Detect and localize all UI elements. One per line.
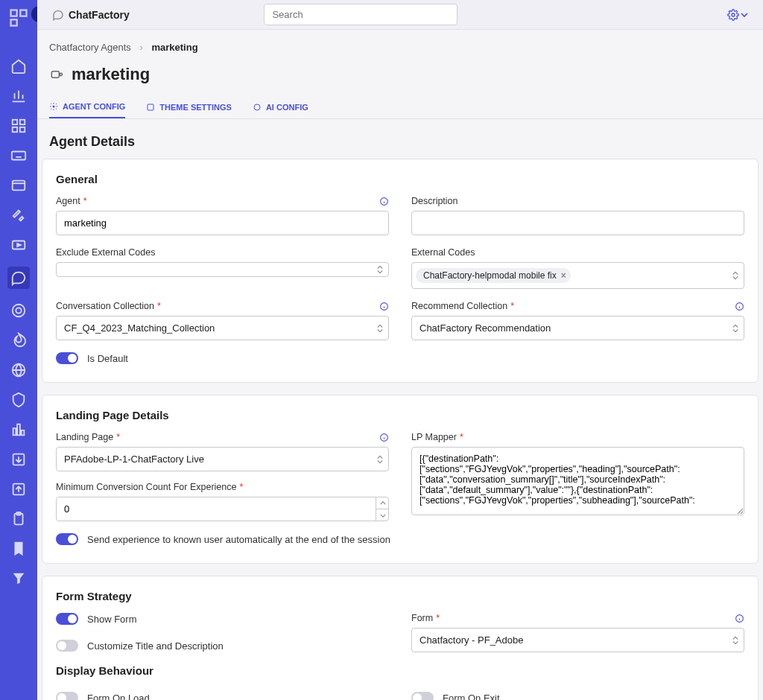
card-title: Form Strategy [56, 590, 744, 602]
svg-rect-5 [13, 127, 17, 132]
form-on-exit-toggle[interactable] [411, 692, 434, 700]
required-indicator: * [83, 196, 87, 206]
landing-page-card: Landing Page Details Landing Page * PFAd… [42, 395, 759, 564]
sidebar-item-media[interactable] [10, 237, 27, 253]
sidebar-item-export[interactable] [10, 451, 27, 468]
tab-ai-config[interactable]: AI CONFIG [253, 96, 308, 118]
global-search [264, 4, 458, 25]
main: Chatfactory Agents › marketing marketing… [37, 30, 763, 700]
svg-point-19 [60, 73, 62, 75]
sidebar-item-clipboard[interactable] [10, 511, 27, 527]
sidebar-item-bookmark[interactable] [10, 541, 27, 557]
breadcrumb-current: marketing [151, 42, 197, 53]
tag-label: ChatFactory-helpmodal mobile fix [423, 270, 557, 281]
svg-point-20 [53, 106, 55, 108]
description-input[interactable] [411, 211, 744, 235]
toggle-label: Form On Exit [443, 693, 500, 701]
exclude-external-codes-select[interactable] [56, 262, 389, 277]
toggle-label: Form On Load [87, 693, 150, 701]
field-label: Landing Page [56, 432, 113, 442]
spinner-up-icon[interactable] [376, 497, 389, 509]
spinner-down-icon[interactable] [376, 509, 389, 521]
sidebar-item-reports[interactable] [10, 421, 27, 438]
toggle-label: Send experience to known user automatica… [87, 534, 390, 545]
send-experience-toggle[interactable] [56, 533, 78, 545]
tag-remove-icon[interactable]: × [561, 270, 566, 281]
number-spinner[interactable] [376, 497, 389, 521]
sidebar-item-analytics[interactable] [10, 88, 27, 104]
field-label: Minimum Conversion Count For Experience [56, 482, 236, 492]
agent-icon [49, 67, 64, 82]
sidebar-item-import[interactable] [10, 481, 27, 497]
settings-menu[interactable] [727, 9, 748, 21]
sidebar-item-target[interactable] [10, 302, 27, 319]
sidebar-item-tools[interactable] [10, 207, 27, 223]
info-icon[interactable] [735, 302, 744, 311]
brand: ChatFactory [52, 9, 130, 21]
tabs: AGENT CONFIG THEME SETTINGS AI CONFIG [37, 96, 763, 119]
conversation-collection-select[interactable]: CF_Q4_2023_Matching_Collection [56, 316, 389, 340]
svg-point-17 [732, 13, 735, 16]
agent-name-input[interactable] [56, 211, 389, 235]
tab-theme-settings[interactable]: THEME SETTINGS [146, 96, 232, 118]
tag: ChatFactory-helpmodal mobile fix × [416, 268, 571, 283]
sidebar-item-shield[interactable] [10, 392, 27, 408]
svg-rect-21 [148, 104, 153, 110]
card-title: Landing Page Details [56, 409, 744, 421]
sidebar-item-card[interactable] [10, 177, 27, 194]
page-title-text: marketing [72, 65, 150, 84]
display-behaviour-heading: Display Behaviour [56, 664, 744, 677]
svg-rect-0 [11, 10, 17, 16]
sparkle-icon [253, 103, 262, 112]
svg-point-11 [16, 308, 21, 313]
tab-label: THEME SETTINGS [159, 103, 232, 112]
sidebar-item-grid[interactable] [10, 118, 27, 134]
svg-rect-1 [20, 10, 26, 16]
show-form-toggle[interactable] [56, 613, 78, 625]
sidebar-item-keyboard[interactable] [10, 147, 27, 164]
info-icon[interactable] [379, 197, 389, 206]
toggle-label: Is Default [87, 353, 128, 364]
brand-label: ChatFactory [69, 9, 130, 21]
info-icon[interactable] [379, 433, 389, 442]
landing-page-select[interactable]: PFAdobe-LP-1-ChatFactory Live [56, 447, 389, 471]
customize-title-toggle[interactable] [56, 640, 78, 652]
form-select[interactable]: Chatfactory - PF_Adobe [411, 628, 744, 652]
form-on-load-toggle[interactable] [56, 692, 78, 700]
field-label: LP Mapper [411, 432, 457, 442]
topbar: ChatFactory [37, 0, 763, 30]
sidebar-item-flame[interactable] [10, 332, 27, 349]
recommend-collection-select[interactable]: ChatFactory Recommendation [411, 316, 744, 340]
sidebar-item-globe[interactable] [10, 362, 27, 378]
palette-icon [146, 103, 155, 112]
required-indicator: * [436, 613, 440, 623]
field-label: Agent [56, 196, 80, 206]
required-indicator: * [157, 301, 161, 311]
chevron-right-icon: › [139, 42, 142, 53]
gear-icon [49, 102, 58, 111]
svg-rect-7 [12, 152, 25, 160]
card-title: General [56, 173, 744, 185]
info-icon[interactable] [379, 302, 389, 311]
search-input[interactable] [264, 4, 458, 25]
svg-point-10 [13, 305, 25, 317]
required-indicator: * [116, 432, 120, 442]
is-default-toggle[interactable] [56, 352, 78, 364]
tab-agent-config[interactable]: AGENT CONFIG [49, 96, 125, 118]
field-label: External Codes [411, 247, 475, 258]
tab-label: AGENT CONFIG [63, 102, 125, 111]
info-icon[interactable] [735, 614, 744, 623]
svg-rect-2 [11, 19, 17, 25]
lp-mapper-textarea[interactable] [411, 447, 744, 515]
page-title: marketing [37, 65, 763, 96]
external-codes-select[interactable]: ChatFactory-helpmodal mobile fix × [411, 262, 744, 289]
breadcrumb-item[interactable]: Chatfactory Agents [49, 42, 131, 53]
sidebar-item-filter[interactable] [10, 570, 27, 587]
general-card: General Agent * Description Exclude Exte… [42, 159, 759, 383]
required-indicator: * [510, 301, 514, 311]
sidebar [0, 0, 37, 700]
sidebar-item-chat[interactable] [7, 267, 30, 289]
chat-icon [52, 9, 64, 21]
min-conversion-input[interactable] [56, 497, 389, 521]
sidebar-item-home[interactable] [10, 58, 27, 74]
